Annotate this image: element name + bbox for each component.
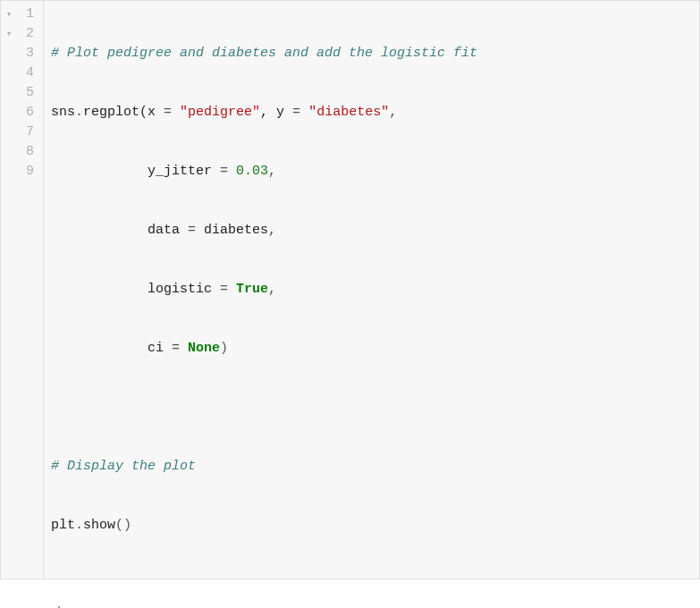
gutter-line-numbers: 1 2 3 4 5 6 7 8 9: [17, 1, 44, 578]
code-comment: # Plot pedigree and diabetes and add the…: [51, 46, 477, 61]
code-comment: # Display the plot: [51, 459, 196, 474]
chart-output: 0.00.51.01.52.02.50.00.20.40.60.81.0pedi…: [0, 579, 700, 608]
gutter-fold-markers: ▾ ▾: [1, 1, 17, 578]
code-cell[interactable]: ▾ ▾ 1 2 3 4 5 6 7 8 9 # Plot pedigree an…: [0, 0, 700, 579]
regplot-figure: 0.00.51.01.52.02.50.00.20.40.60.81.0pedi…: [5, 588, 542, 608]
code-text[interactable]: # Plot pedigree and diabetes and add the…: [44, 1, 699, 578]
